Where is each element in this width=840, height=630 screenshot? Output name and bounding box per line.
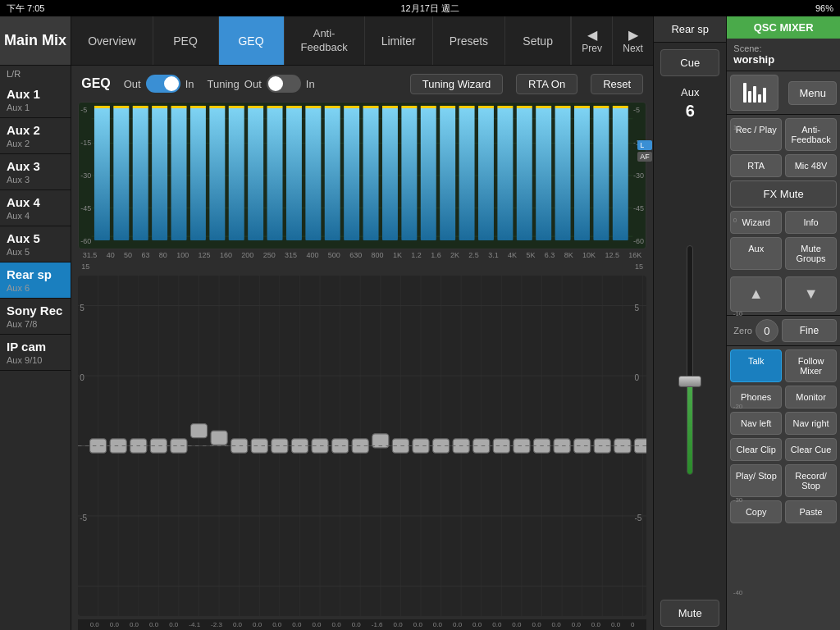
svg-rect-29 — [555, 107, 571, 240]
cue-button[interactable]: Cue — [660, 49, 719, 76]
monitor-button[interactable]: Monitor — [785, 386, 837, 409]
nav-right-button[interactable]: Nav right — [785, 412, 837, 435]
aux-number: 6 — [654, 102, 726, 124]
paste-button[interactable]: Paste — [785, 500, 837, 523]
svg-rect-15 — [286, 107, 302, 240]
svg-text:5: 5 — [80, 302, 84, 313]
up-down-buttons: ▲ ▼ — [727, 273, 840, 316]
fader-icon-button[interactable] — [730, 75, 778, 111]
fader-db-labels-top: 15 15 — [71, 261, 653, 272]
fader-bar-5 — [763, 88, 766, 103]
svg-rect-7 — [133, 107, 148, 240]
channel-sub-aux1: Aux 1 — [0, 103, 71, 117]
channel-name-aux1: Aux 1 — [0, 82, 71, 103]
aux-label: Aux — [654, 83, 726, 102]
down-arrow-button[interactable]: ▼ — [785, 276, 837, 312]
sidebar-item-aux2[interactable]: Aux 2 Aux 2 — [0, 118, 71, 154]
rta-on-button[interactable]: RTA On — [516, 74, 578, 94]
record-stop-button[interactable]: Record/ Stop — [785, 464, 837, 497]
svg-rect-33 — [94, 106, 110, 108]
status-bar: 下午 7:05 12月17日 週二 96% — [0, 0, 840, 16]
sidebar-item-aux3[interactable]: Aux 3 Aux 3 — [0, 154, 71, 190]
svg-text:-5: -5 — [635, 513, 642, 523]
svg-rect-12 — [229, 107, 244, 240]
svg-rect-98 — [171, 439, 187, 453]
date-display: 12月17日 週二 — [400, 2, 459, 15]
svg-rect-17 — [325, 107, 340, 240]
zero-button[interactable]: 0 — [756, 319, 778, 342]
svg-rect-43 — [286, 106, 302, 108]
freq-labels: 31.540 5063 80100 125160 200250 315400 5… — [71, 249, 653, 261]
qsc-panel: QSC MIXER Scene: worship Menu Rec / Play — [726, 16, 840, 630]
sidebar-item-aux1[interactable]: Aux 1 Aux 1 — [0, 82, 71, 118]
tab-anti-feedback[interactable]: Anti-Feedback — [285, 16, 365, 65]
svg-rect-54 — [498, 106, 514, 108]
scene-label: Scene: — [733, 43, 833, 53]
aux-fader-panel: Rear sp Cue Aux 6 L AF 10 0 -10 -20 -30 … — [653, 16, 726, 630]
fine-button[interactable]: Fine — [782, 319, 837, 342]
fx-mute-button[interactable]: FX Mute — [730, 180, 837, 208]
channel-sub-sony-rec: Aux 7/8 — [0, 319, 71, 334]
mute-button[interactable]: Mute — [660, 600, 719, 627]
svg-rect-21 — [402, 107, 418, 240]
fader-values-row: 0.0 0.0 0.0 0.0 0.0 -4.1 -2.3 0.0 0.0 0.… — [78, 619, 646, 630]
svg-rect-30 — [574, 107, 590, 240]
menu-button[interactable]: Menu — [788, 81, 837, 105]
svg-rect-28 — [536, 107, 551, 240]
svg-rect-20 — [382, 107, 398, 240]
fader-track[interactable] — [687, 245, 693, 475]
sidebar-item-aux5[interactable]: Aux 5 Aux 5 — [0, 226, 71, 262]
svg-text:0: 0 — [635, 372, 640, 383]
mute-groups-button[interactable]: Mute Groups — [785, 237, 837, 270]
sidebar-item-sony-rec[interactable]: Sony Rec Aux 7/8 — [0, 299, 71, 335]
channel-sub-ip-cam: Aux 9/10 — [0, 355, 71, 370]
prev-button[interactable]: ◀ Prev — [571, 16, 612, 65]
channel-name-sony-rec: Sony Rec — [0, 299, 71, 319]
svg-rect-118 — [574, 439, 591, 453]
fader-scale: 10 0 -10 -20 -30 -40 — [733, 124, 743, 596]
svg-rect-9 — [171, 107, 187, 240]
fader-handle[interactable] — [678, 376, 701, 387]
follow-mixer-button[interactable]: Follow Mixer — [785, 349, 837, 382]
sidebar-item-aux4[interactable]: Aux 4 Aux 4 — [0, 190, 71, 226]
l-indicator: L — [637, 140, 652, 150]
next-button[interactable]: ▶ Next — [612, 16, 653, 65]
svg-rect-14 — [267, 107, 283, 240]
svg-rect-44 — [306, 106, 322, 108]
tab-overview[interactable]: Overview — [71, 16, 153, 65]
main-mix-label[interactable]: Main Mix — [0, 16, 71, 66]
reset-button[interactable]: Reset — [591, 74, 643, 94]
channel-sub-aux3: Aux 3 — [0, 175, 71, 189]
scene-display: Scene: worship — [727, 39, 840, 71]
qsc-top-row: Menu — [727, 71, 840, 115]
svg-rect-41 — [248, 106, 263, 108]
info-button[interactable]: Info — [785, 211, 837, 234]
sidebar-item-rear-sp[interactable]: Rear sp Aux 6 — [0, 262, 71, 299]
clear-cue-button[interactable]: Clear Cue — [785, 438, 837, 461]
channel-sub-aux2: Aux 2 — [0, 139, 71, 153]
svg-rect-58 — [574, 106, 590, 108]
tuning-wizard-button[interactable]: Tuning Wizard — [410, 74, 503, 94]
anti-feedback-button[interactable]: Anti-Feedback — [785, 118, 837, 151]
svg-rect-46 — [344, 106, 359, 108]
sidebar-item-ip-cam[interactable]: IP cam Aux 9/10 — [0, 335, 71, 371]
svg-rect-53 — [478, 106, 494, 108]
tuning-label: Tuning — [208, 78, 240, 90]
svg-rect-16 — [306, 107, 322, 240]
svg-rect-22 — [421, 107, 436, 240]
geq-tuning-toggle[interactable] — [267, 75, 301, 93]
svg-rect-19 — [363, 107, 379, 240]
rear-sp-label: Rear sp — [654, 16, 726, 43]
channel-name-ip-cam: IP cam — [0, 335, 71, 355]
tab-geq[interactable]: GEQ — [219, 16, 285, 65]
mic48v-button[interactable]: Mic 48V — [785, 154, 837, 177]
svg-rect-99 — [191, 424, 208, 438]
tab-peq[interactable]: PEQ — [153, 16, 219, 65]
svg-rect-49 — [402, 106, 418, 108]
tab-presets[interactable]: Presets — [433, 16, 505, 65]
tab-setup[interactable]: Setup — [505, 16, 571, 65]
geq-out-toggle[interactable] — [146, 75, 180, 93]
time-display: 下午 7:05 — [7, 2, 44, 15]
svg-rect-45 — [325, 106, 340, 108]
tab-limiter[interactable]: Limiter — [365, 16, 433, 65]
